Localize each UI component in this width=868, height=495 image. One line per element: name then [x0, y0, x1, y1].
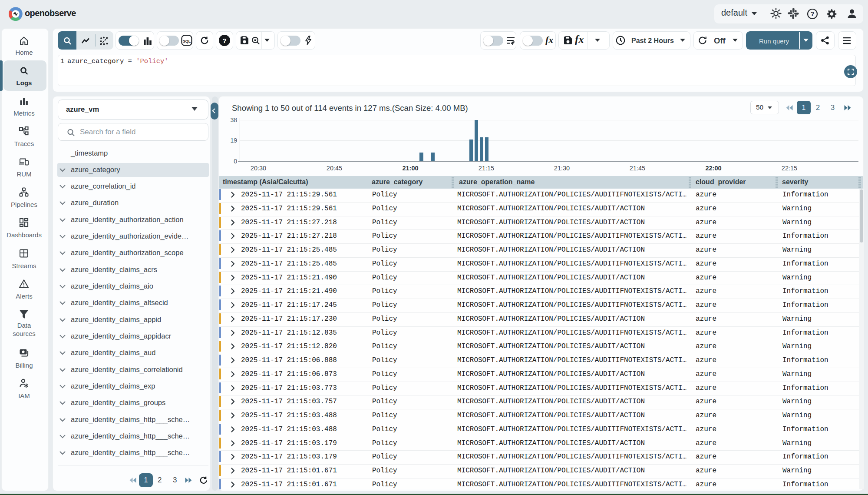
svg-text:SQL: SQL [183, 39, 191, 43]
svg-text:?: ? [811, 10, 815, 17]
svg-text:?: ? [222, 37, 226, 44]
